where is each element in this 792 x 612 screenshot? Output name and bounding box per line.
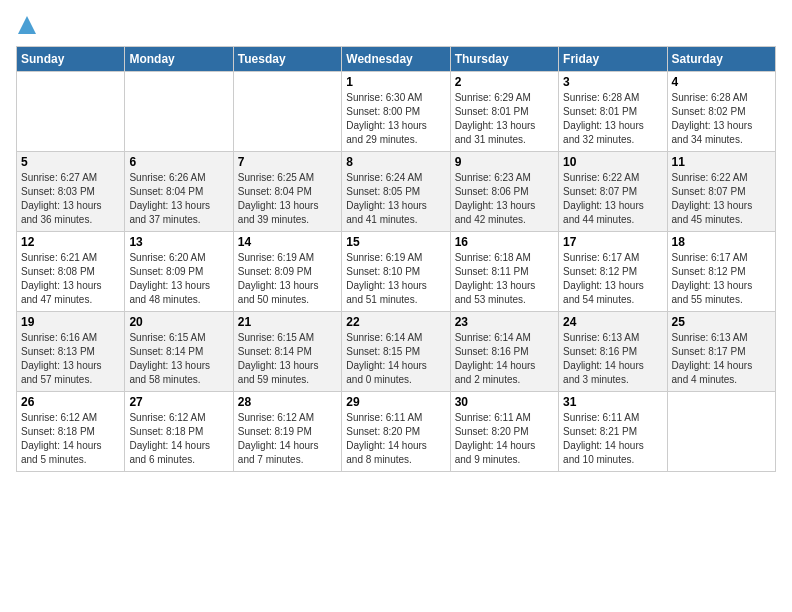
calendar-day-cell: 6Sunrise: 6:26 AMSunset: 8:04 PMDaylight… bbox=[125, 152, 233, 232]
day-number: 24 bbox=[563, 315, 662, 329]
day-header-friday: Friday bbox=[559, 47, 667, 72]
day-info: Sunrise: 6:30 AMSunset: 8:00 PMDaylight:… bbox=[346, 91, 445, 147]
calendar-week-row: 12Sunrise: 6:21 AMSunset: 8:08 PMDayligh… bbox=[17, 232, 776, 312]
calendar-table: SundayMondayTuesdayWednesdayThursdayFrid… bbox=[16, 46, 776, 472]
calendar-day-cell: 13Sunrise: 6:20 AMSunset: 8:09 PMDayligh… bbox=[125, 232, 233, 312]
logo-arrow-icon bbox=[18, 16, 36, 34]
day-number: 20 bbox=[129, 315, 228, 329]
calendar-day-cell: 30Sunrise: 6:11 AMSunset: 8:20 PMDayligh… bbox=[450, 392, 558, 472]
calendar-day-cell: 12Sunrise: 6:21 AMSunset: 8:08 PMDayligh… bbox=[17, 232, 125, 312]
day-number: 17 bbox=[563, 235, 662, 249]
calendar-day-cell: 21Sunrise: 6:15 AMSunset: 8:14 PMDayligh… bbox=[233, 312, 341, 392]
calendar-day-cell: 19Sunrise: 6:16 AMSunset: 8:13 PMDayligh… bbox=[17, 312, 125, 392]
day-header-wednesday: Wednesday bbox=[342, 47, 450, 72]
day-info: Sunrise: 6:28 AMSunset: 8:01 PMDaylight:… bbox=[563, 91, 662, 147]
day-number: 13 bbox=[129, 235, 228, 249]
day-number: 6 bbox=[129, 155, 228, 169]
day-info: Sunrise: 6:12 AMSunset: 8:18 PMDaylight:… bbox=[21, 411, 120, 467]
day-number: 9 bbox=[455, 155, 554, 169]
day-number: 8 bbox=[346, 155, 445, 169]
day-info: Sunrise: 6:17 AMSunset: 8:12 PMDaylight:… bbox=[672, 251, 771, 307]
day-info: Sunrise: 6:12 AMSunset: 8:19 PMDaylight:… bbox=[238, 411, 337, 467]
day-header-saturday: Saturday bbox=[667, 47, 775, 72]
day-header-sunday: Sunday bbox=[17, 47, 125, 72]
day-number: 14 bbox=[238, 235, 337, 249]
day-info: Sunrise: 6:14 AMSunset: 8:15 PMDaylight:… bbox=[346, 331, 445, 387]
calendar-header-row: SundayMondayTuesdayWednesdayThursdayFrid… bbox=[17, 47, 776, 72]
calendar-day-cell: 18Sunrise: 6:17 AMSunset: 8:12 PMDayligh… bbox=[667, 232, 775, 312]
calendar-day-cell: 25Sunrise: 6:13 AMSunset: 8:17 PMDayligh… bbox=[667, 312, 775, 392]
day-number: 18 bbox=[672, 235, 771, 249]
calendar-day-cell: 8Sunrise: 6:24 AMSunset: 8:05 PMDaylight… bbox=[342, 152, 450, 232]
day-info: Sunrise: 6:26 AMSunset: 8:04 PMDaylight:… bbox=[129, 171, 228, 227]
calendar-day-cell: 31Sunrise: 6:11 AMSunset: 8:21 PMDayligh… bbox=[559, 392, 667, 472]
day-number: 16 bbox=[455, 235, 554, 249]
calendar-day-cell: 28Sunrise: 6:12 AMSunset: 8:19 PMDayligh… bbox=[233, 392, 341, 472]
day-info: Sunrise: 6:15 AMSunset: 8:14 PMDaylight:… bbox=[238, 331, 337, 387]
calendar-day-cell: 2Sunrise: 6:29 AMSunset: 8:01 PMDaylight… bbox=[450, 72, 558, 152]
calendar-week-row: 19Sunrise: 6:16 AMSunset: 8:13 PMDayligh… bbox=[17, 312, 776, 392]
day-info: Sunrise: 6:15 AMSunset: 8:14 PMDaylight:… bbox=[129, 331, 228, 387]
calendar-day-cell: 23Sunrise: 6:14 AMSunset: 8:16 PMDayligh… bbox=[450, 312, 558, 392]
day-info: Sunrise: 6:19 AMSunset: 8:10 PMDaylight:… bbox=[346, 251, 445, 307]
day-info: Sunrise: 6:16 AMSunset: 8:13 PMDaylight:… bbox=[21, 331, 120, 387]
day-number: 28 bbox=[238, 395, 337, 409]
calendar-day-cell: 29Sunrise: 6:11 AMSunset: 8:20 PMDayligh… bbox=[342, 392, 450, 472]
calendar-day-cell: 20Sunrise: 6:15 AMSunset: 8:14 PMDayligh… bbox=[125, 312, 233, 392]
day-number: 27 bbox=[129, 395, 228, 409]
svg-marker-0 bbox=[18, 16, 36, 34]
day-info: Sunrise: 6:17 AMSunset: 8:12 PMDaylight:… bbox=[563, 251, 662, 307]
day-info: Sunrise: 6:12 AMSunset: 8:18 PMDaylight:… bbox=[129, 411, 228, 467]
day-number: 25 bbox=[672, 315, 771, 329]
day-number: 26 bbox=[21, 395, 120, 409]
day-info: Sunrise: 6:11 AMSunset: 8:21 PMDaylight:… bbox=[563, 411, 662, 467]
day-number: 23 bbox=[455, 315, 554, 329]
day-number: 30 bbox=[455, 395, 554, 409]
day-info: Sunrise: 6:22 AMSunset: 8:07 PMDaylight:… bbox=[672, 171, 771, 227]
day-header-tuesday: Tuesday bbox=[233, 47, 341, 72]
calendar-day-cell: 10Sunrise: 6:22 AMSunset: 8:07 PMDayligh… bbox=[559, 152, 667, 232]
page-header bbox=[16, 16, 776, 38]
calendar-day-cell: 27Sunrise: 6:12 AMSunset: 8:18 PMDayligh… bbox=[125, 392, 233, 472]
day-number: 31 bbox=[563, 395, 662, 409]
day-info: Sunrise: 6:28 AMSunset: 8:02 PMDaylight:… bbox=[672, 91, 771, 147]
empty-cell bbox=[125, 72, 233, 152]
calendar-day-cell: 22Sunrise: 6:14 AMSunset: 8:15 PMDayligh… bbox=[342, 312, 450, 392]
day-info: Sunrise: 6:13 AMSunset: 8:16 PMDaylight:… bbox=[563, 331, 662, 387]
logo bbox=[16, 16, 36, 38]
day-number: 3 bbox=[563, 75, 662, 89]
day-header-monday: Monday bbox=[125, 47, 233, 72]
day-number: 10 bbox=[563, 155, 662, 169]
calendar-day-cell: 3Sunrise: 6:28 AMSunset: 8:01 PMDaylight… bbox=[559, 72, 667, 152]
day-number: 22 bbox=[346, 315, 445, 329]
day-info: Sunrise: 6:23 AMSunset: 8:06 PMDaylight:… bbox=[455, 171, 554, 227]
calendar-day-cell: 14Sunrise: 6:19 AMSunset: 8:09 PMDayligh… bbox=[233, 232, 341, 312]
empty-cell bbox=[233, 72, 341, 152]
calendar-day-cell: 4Sunrise: 6:28 AMSunset: 8:02 PMDaylight… bbox=[667, 72, 775, 152]
day-number: 1 bbox=[346, 75, 445, 89]
day-info: Sunrise: 6:25 AMSunset: 8:04 PMDaylight:… bbox=[238, 171, 337, 227]
day-info: Sunrise: 6:24 AMSunset: 8:05 PMDaylight:… bbox=[346, 171, 445, 227]
calendar-day-cell: 1Sunrise: 6:30 AMSunset: 8:00 PMDaylight… bbox=[342, 72, 450, 152]
day-info: Sunrise: 6:29 AMSunset: 8:01 PMDaylight:… bbox=[455, 91, 554, 147]
day-number: 12 bbox=[21, 235, 120, 249]
day-info: Sunrise: 6:11 AMSunset: 8:20 PMDaylight:… bbox=[346, 411, 445, 467]
day-number: 5 bbox=[21, 155, 120, 169]
day-number: 7 bbox=[238, 155, 337, 169]
calendar-day-cell: 11Sunrise: 6:22 AMSunset: 8:07 PMDayligh… bbox=[667, 152, 775, 232]
day-number: 19 bbox=[21, 315, 120, 329]
empty-cell bbox=[17, 72, 125, 152]
empty-cell bbox=[667, 392, 775, 472]
day-number: 21 bbox=[238, 315, 337, 329]
calendar-day-cell: 17Sunrise: 6:17 AMSunset: 8:12 PMDayligh… bbox=[559, 232, 667, 312]
calendar-day-cell: 5Sunrise: 6:27 AMSunset: 8:03 PMDaylight… bbox=[17, 152, 125, 232]
day-info: Sunrise: 6:18 AMSunset: 8:11 PMDaylight:… bbox=[455, 251, 554, 307]
day-info: Sunrise: 6:13 AMSunset: 8:17 PMDaylight:… bbox=[672, 331, 771, 387]
day-number: 4 bbox=[672, 75, 771, 89]
day-info: Sunrise: 6:20 AMSunset: 8:09 PMDaylight:… bbox=[129, 251, 228, 307]
day-info: Sunrise: 6:21 AMSunset: 8:08 PMDaylight:… bbox=[21, 251, 120, 307]
calendar-day-cell: 9Sunrise: 6:23 AMSunset: 8:06 PMDaylight… bbox=[450, 152, 558, 232]
day-info: Sunrise: 6:19 AMSunset: 8:09 PMDaylight:… bbox=[238, 251, 337, 307]
calendar-day-cell: 7Sunrise: 6:25 AMSunset: 8:04 PMDaylight… bbox=[233, 152, 341, 232]
day-number: 15 bbox=[346, 235, 445, 249]
